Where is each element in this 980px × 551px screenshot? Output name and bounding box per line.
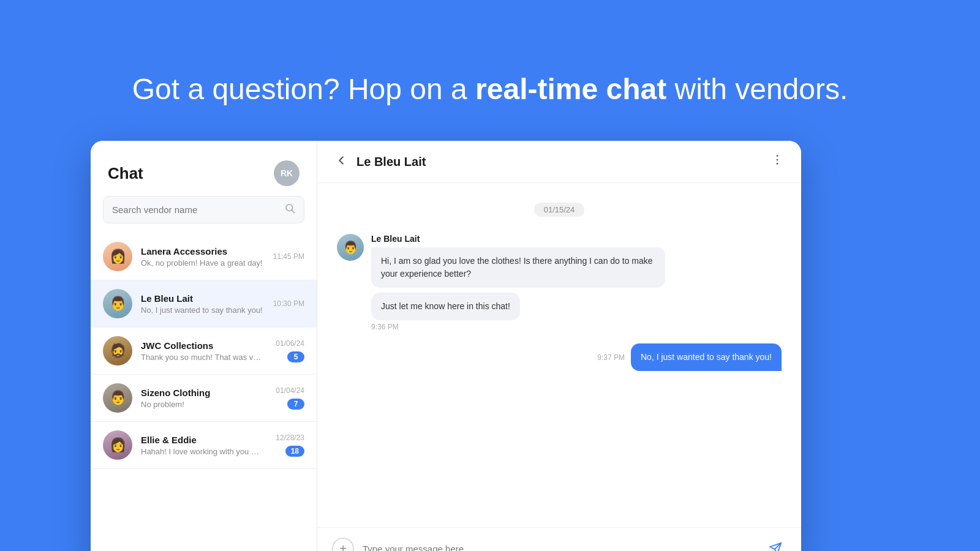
- search-icon: [284, 203, 295, 217]
- hero-text: Got a question? Hop on a real-time chat …: [0, 34, 980, 133]
- search-bar[interactable]: [103, 196, 304, 223]
- vendor-name: Le Bleu Lait: [356, 155, 426, 169]
- chat-name: Le Bleu Lait: [141, 293, 273, 304]
- hero-text-end: with vendors.: [666, 73, 848, 105]
- svg-point-4: [777, 163, 778, 165]
- chat-info: Lanera Accessories Ok, no problem! Have …: [141, 246, 273, 268]
- chat-name: Ellie & Eddie: [141, 435, 276, 445]
- back-icon[interactable]: [334, 154, 348, 170]
- chat-info: Le Bleu Lait No, I just wanted to say th…: [141, 293, 273, 315]
- app-window: Chat RK 👩 Lanera Accessories Ok,: [91, 141, 801, 551]
- avatar: 🧔: [103, 336, 132, 365]
- plus-icon: +: [339, 542, 347, 552]
- unread-badge: 5: [287, 351, 304, 362]
- chat-time: 11:45 PM: [273, 252, 304, 261]
- message-time: 9:37 PM: [597, 353, 625, 362]
- chat-header-left: Le Bleu Lait: [334, 154, 426, 170]
- svg-line-1: [292, 210, 294, 212]
- chat-meta: 11:45 PM: [273, 252, 304, 261]
- avatar: 👩: [103, 430, 132, 460]
- avatar-initials: RK: [281, 168, 293, 178]
- list-item[interactable]: 👨 Sizeno Clothing No problem! 01/04/24 7: [91, 375, 317, 422]
- chat-items-list: 👩 Lanera Accessories Ok, no problem! Hav…: [91, 233, 317, 551]
- chat-info: Sizeno Clothing No problem!: [141, 388, 276, 409]
- chat-preview: Hahah! I love working with you Sasha!: [141, 447, 263, 456]
- message-sender: Le Bleu Lait: [371, 234, 665, 244]
- svg-point-2: [777, 155, 778, 157]
- avatar: 👨: [337, 234, 364, 261]
- messages-area: 01/15/24 👨 Le Bleu Lait Hi, I am so glad…: [317, 183, 801, 527]
- chat-meta: 12/28/23 18: [276, 433, 304, 457]
- chat-preview: No, I just wanted to say thank you!: [141, 305, 263, 315]
- chat-list-panel: Chat RK 👩 Lanera Accessories Ok,: [91, 141, 317, 551]
- chat-meta: 01/06/24 5: [276, 339, 304, 362]
- chat-time: 10:30 PM: [273, 299, 304, 308]
- chat-time: 01/04/24: [276, 386, 304, 395]
- chat-name: Sizeno Clothing: [141, 388, 276, 398]
- chat-info: JWC Collections Thank you so much! That …: [141, 340, 276, 362]
- chat-window: Le Bleu Lait 01/15/24 👨 Le Bleu Lait Hi,…: [317, 141, 801, 551]
- chat-input-area: +: [317, 527, 801, 551]
- search-input[interactable]: [112, 204, 284, 215]
- chat-header: Le Bleu Lait: [317, 141, 801, 183]
- date-divider: 01/15/24: [337, 203, 782, 217]
- chat-list-header: Chat RK: [91, 141, 317, 196]
- more-options-icon[interactable]: [771, 153, 784, 170]
- hero-text-bold: real-time chat: [475, 73, 666, 105]
- chat-time: 12/28/23: [276, 433, 304, 442]
- unread-badge: 18: [285, 446, 304, 457]
- svg-point-3: [777, 159, 778, 161]
- message-input[interactable]: [363, 544, 756, 552]
- hero-text-normal: Got a question? Hop on a: [132, 73, 475, 105]
- chat-name: Lanera Accessories: [141, 246, 273, 257]
- avatar: 👨: [103, 289, 132, 318]
- avatar: 👩: [103, 242, 132, 271]
- list-item[interactable]: 👨 Le Bleu Lait No, I just wanted to say …: [91, 280, 317, 328]
- message-bubble: Just let me know here in this chat!: [371, 293, 520, 320]
- chat-meta: 10:30 PM: [273, 299, 304, 308]
- add-attachment-button[interactable]: +: [332, 538, 354, 551]
- list-item[interactable]: 🧔 JWC Collections Thank you so much! Tha…: [91, 328, 317, 375]
- message-content: Le Bleu Lait Hi, I am so glad you love t…: [371, 234, 665, 331]
- chat-preview: Thank you so much! That was very helpful…: [141, 353, 263, 362]
- user-avatar[interactable]: RK: [274, 160, 300, 186]
- chat-name: JWC Collections: [141, 340, 276, 351]
- message-row: 👨 Le Bleu Lait Hi, I am so glad you love…: [337, 234, 782, 331]
- message-bubble: No, I just wanted to say thank you!: [631, 343, 782, 371]
- list-item[interactable]: 👩 Lanera Accessories Ok, no problem! Hav…: [91, 233, 317, 280]
- message-time: 9:36 PM: [371, 323, 665, 331]
- send-button[interactable]: [764, 538, 786, 551]
- list-item[interactable]: 👩 Ellie & Eddie Hahah! I love working wi…: [91, 422, 317, 469]
- chat-preview: Ok, no problem! Have a great day!: [141, 258, 263, 268]
- date-chip: 01/15/24: [534, 203, 585, 217]
- outgoing-time-row: 9:37 PM No, I just wanted to say thank y…: [597, 343, 782, 371]
- hero-section: Got a question? Hop on a real-time chat …: [0, 0, 980, 151]
- chat-meta: 01/04/24 7: [276, 386, 304, 410]
- chat-time: 01/06/24: [276, 339, 304, 348]
- chat-info: Ellie & Eddie Hahah! I love working with…: [141, 435, 276, 456]
- avatar: 👨: [103, 383, 132, 413]
- outgoing-message: 9:37 PM No, I just wanted to say thank y…: [337, 343, 782, 371]
- chat-preview: No problem!: [141, 400, 263, 409]
- message-bubble: Hi, I am so glad you love the clothes! I…: [371, 247, 665, 288]
- unread-badge: 7: [287, 399, 304, 410]
- chat-panel-title: Chat: [108, 164, 143, 183]
